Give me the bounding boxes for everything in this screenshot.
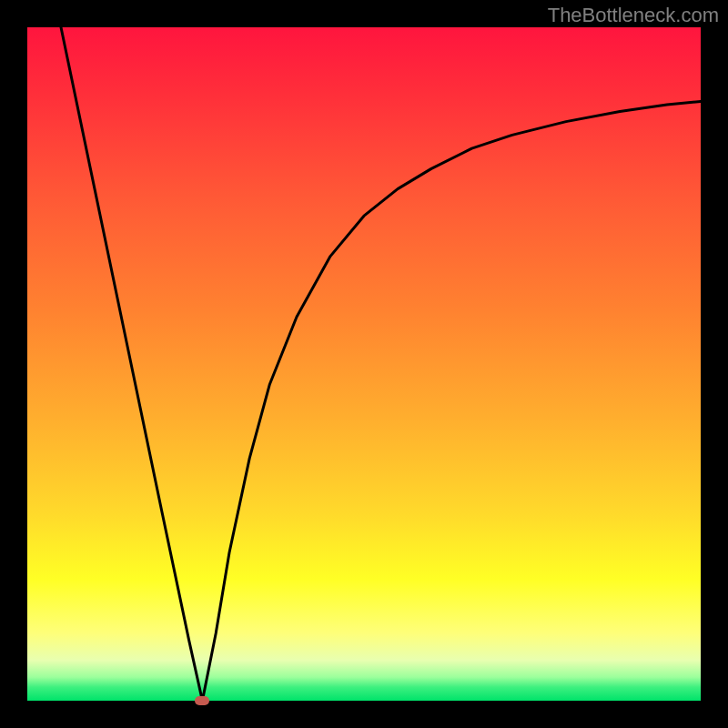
attribution-text: TheBottleneck.com xyxy=(548,4,719,27)
plot-area xyxy=(27,27,701,701)
optimum-marker xyxy=(195,696,209,705)
bottleneck-curve xyxy=(27,27,701,701)
chart-frame: TheBottleneck.com xyxy=(0,0,728,728)
